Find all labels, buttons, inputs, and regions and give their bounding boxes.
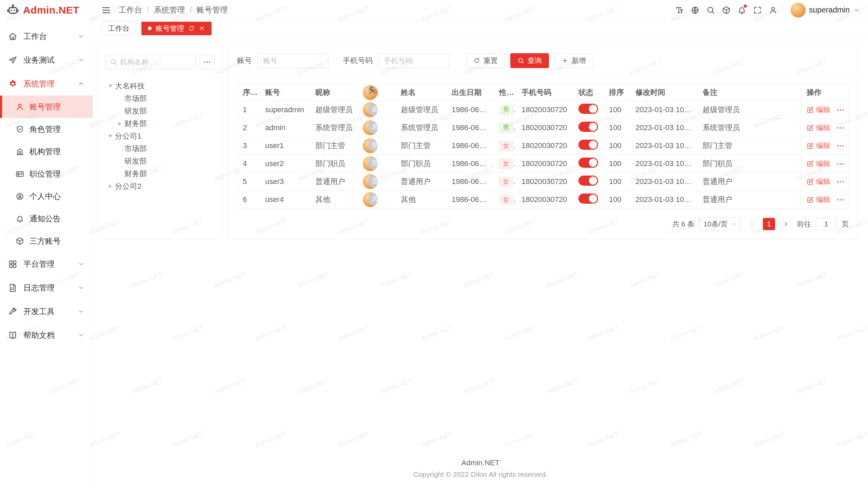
cell-actions: 编辑 — [801, 173, 848, 190]
sidebar-item-log-management[interactable]: 日志管理 — [0, 276, 93, 300]
sidebar-item-third-party-account[interactable]: 三方账号 — [0, 230, 93, 252]
chevron-down-icon — [78, 261, 84, 267]
footer: Admin.NET Copyright © 2022 Dilon All rig… — [93, 450, 868, 488]
breadcrumb-item-system[interactable]: 系统管理 — [154, 5, 185, 15]
sidebar-item-notice-announcement[interactable]: 通知公告 — [0, 207, 93, 230]
row-more-icon[interactable] — [836, 105, 845, 115]
status-toggle[interactable] — [578, 158, 598, 168]
tree-more-button[interactable] — [200, 55, 215, 69]
edit-button[interactable]: 编辑 — [807, 105, 830, 115]
bell-icon — [16, 215, 24, 223]
topbar: 工作台 / 系统管理 / 账号管理 superadmin — [93, 0, 868, 20]
status-toggle[interactable] — [578, 122, 598, 132]
cell-modified-time: 2023-01-03 10:59:44 — [630, 159, 697, 168]
status-toggle[interactable] — [578, 194, 598, 204]
sidebar-item-system-management[interactable]: 系统管理 — [0, 72, 93, 96]
robot-logo-icon — [7, 4, 19, 16]
table-header-row: 序号账号昵称头像姓名出生日期性别手机号码状态排序修改时间备注操作 — [237, 84, 848, 101]
row-more-icon[interactable] — [836, 159, 845, 168]
sidebar-item-dev-tools[interactable]: 开发工具 — [0, 300, 93, 323]
cell-status — [573, 176, 604, 188]
font-size-icon[interactable] — [672, 3, 687, 18]
next-page-button[interactable] — [780, 218, 792, 230]
layout-config-icon[interactable] — [719, 3, 734, 18]
tree-node[interactable]: 财务部 — [105, 167, 215, 180]
sidebar-item-position-management[interactable]: 职位管理 — [0, 163, 93, 185]
breadcrumb-item-workbench[interactable]: 工作台 — [119, 5, 142, 15]
hamburger-menu-icon[interactable] — [101, 5, 111, 15]
sidebar-item-business-test[interactable]: 业务测试 — [0, 48, 93, 72]
sidebar-item-help-docs[interactable]: 帮助文档 — [0, 323, 93, 347]
tree-caret-right-icon[interactable] — [105, 182, 115, 191]
tree-node[interactable]: 市场部 — [105, 92, 215, 105]
notification-icon[interactable] — [734, 3, 749, 18]
page-1-button[interactable]: 1 — [763, 218, 775, 230]
org-tree-panel: 大名科技市场部研发部财务部分公司1市场部研发部财务部分公司2 — [98, 46, 222, 240]
sidebar-item-account-management[interactable]: 账号管理 — [0, 96, 93, 118]
tree-node[interactable]: 研发部 — [105, 155, 215, 167]
fullscreen-icon[interactable] — [750, 3, 765, 18]
cell-phone: 18020030720 — [516, 123, 573, 132]
profile-icon[interactable] — [766, 3, 781, 18]
topbar-icons — [672, 3, 781, 18]
sidebar-item-role-management[interactable]: 角色管理 — [0, 118, 93, 140]
tab-workbench[interactable]: 工作台 — [102, 22, 136, 35]
app-logo[interactable]: Admin.NET — [0, 0, 93, 20]
tree-node[interactable]: 市场部 — [105, 142, 215, 155]
tree-node[interactable]: 分公司1 — [105, 130, 215, 142]
row-more-icon[interactable] — [836, 177, 845, 186]
cell-sort: 100 — [604, 177, 630, 186]
refresh-icon[interactable] — [188, 25, 195, 32]
table-row: 1superadmin超级管理员超超级管理员1986-06-28男1802003… — [237, 101, 848, 119]
close-icon[interactable] — [199, 25, 205, 32]
tree-caret-right-icon[interactable] — [115, 119, 124, 128]
account-input[interactable] — [257, 53, 329, 68]
edit-button[interactable]: 编辑 — [807, 177, 830, 186]
tab-account-management[interactable]: 账号管理 — [141, 22, 212, 35]
row-more-icon[interactable] — [836, 123, 845, 133]
edit-button[interactable]: 编辑 — [807, 195, 830, 204]
language-icon[interactable] — [688, 3, 703, 18]
edit-button[interactable]: 编辑 — [807, 141, 830, 150]
sidebar-item-personal-center[interactable]: 个人中心 — [0, 185, 93, 207]
status-toggle[interactable] — [578, 104, 598, 114]
tree-node[interactable]: 研发部 — [105, 105, 215, 117]
row-more-icon[interactable] — [836, 141, 845, 150]
status-toggle[interactable] — [578, 176, 598, 186]
sidebar-item-org-management[interactable]: 机构管理 — [0, 140, 93, 163]
table-row: 6user4其他其其他1986-06-28女180200307201002023… — [237, 190, 848, 208]
status-toggle[interactable] — [578, 140, 598, 150]
tree-node[interactable]: 大名科技 — [105, 80, 215, 92]
tree-caret-down-icon[interactable] — [105, 131, 115, 141]
org-search-input[interactable] — [120, 58, 191, 66]
reset-button[interactable]: 重置 — [466, 53, 505, 68]
search-icon[interactable] — [703, 3, 718, 18]
chevron-up-icon — [78, 80, 84, 87]
toggle-knob — [589, 123, 597, 131]
tree-node[interactable]: 分公司2 — [105, 180, 215, 192]
cell-nickname: 部门职员 — [310, 159, 363, 169]
cell-status — [573, 158, 604, 170]
sidebar-item-platform-management[interactable]: 平台管理 — [0, 252, 93, 276]
toggle-knob — [589, 141, 597, 149]
gender-badge: 女 — [499, 159, 513, 169]
cell-sort: 100 — [604, 195, 630, 204]
logo-text: Admin.NET — [23, 4, 79, 16]
chevron-down-icon — [731, 221, 737, 227]
tree-caret-down-icon[interactable] — [105, 81, 115, 91]
user-menu[interactable]: superadmin — [791, 3, 860, 18]
tree-node[interactable]: 财务部 — [105, 117, 215, 130]
edit-button[interactable]: 编辑 — [807, 159, 830, 168]
add-button[interactable]: 新增 — [554, 53, 593, 68]
row-more-icon[interactable] — [836, 195, 845, 204]
edit-button[interactable]: 编辑 — [807, 123, 830, 133]
goto-page-input[interactable] — [816, 218, 837, 230]
cell-index: 5 — [237, 177, 260, 186]
search-icon — [110, 58, 117, 66]
prev-page-button[interactable] — [746, 218, 758, 230]
table-row: 3user1部门主管部部门主管1986-06-28女18020030720100… — [237, 137, 848, 155]
phone-input[interactable] — [378, 53, 449, 68]
sidebar-item-workbench[interactable]: 工作台 — [0, 24, 93, 48]
search-button[interactable]: 查询 — [510, 53, 549, 68]
page-size-select[interactable]: 10条/页 — [699, 218, 741, 230]
